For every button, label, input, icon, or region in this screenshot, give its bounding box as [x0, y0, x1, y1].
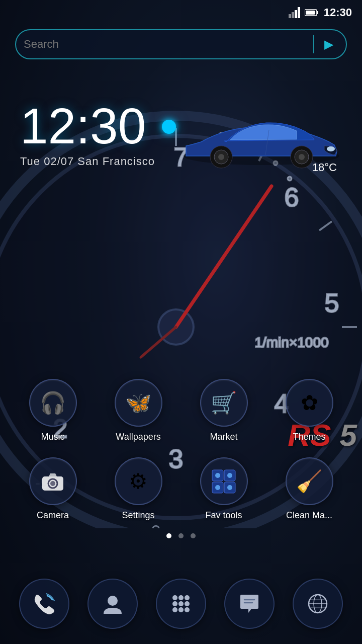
- app-music-label: Music: [41, 432, 64, 442]
- clock-date: Tue 02/07 San Francisco: [20, 155, 155, 168]
- svg-point-48: [215, 473, 220, 478]
- svg-point-55: [185, 595, 190, 600]
- music-icon-circle: 🎧: [29, 379, 77, 427]
- svg-point-60: [178, 607, 184, 612]
- svg-point-57: [178, 601, 184, 606]
- app-settings-label: Settings: [122, 510, 154, 521]
- svg-point-61: [185, 607, 190, 612]
- app-market[interactable]: 🛒 Market: [191, 379, 256, 442]
- dock-messages[interactable]: [224, 579, 275, 629]
- status-bar: 12:30: [0, 0, 362, 25]
- svg-rect-40: [306, 11, 315, 15]
- svg-rect-34: [289, 14, 291, 18]
- camera-icon-circle: [29, 457, 77, 505]
- weather-widget: [162, 120, 176, 134]
- bottom-dock: [0, 579, 362, 629]
- app-wallpapers[interactable]: 🦋 Wallpapers: [106, 379, 171, 442]
- signal-icon: [289, 7, 301, 18]
- search-button[interactable]: ▶: [319, 35, 338, 54]
- app-themes-label: Themes: [293, 432, 325, 442]
- temperature-value: 18°C: [312, 161, 337, 174]
- app-themes[interactable]: ✿ Themes: [277, 379, 342, 442]
- dock-apps[interactable]: [156, 579, 206, 629]
- search-bar[interactable]: ▶: [15, 29, 347, 59]
- wallpapers-icon-circle: 🦋: [115, 379, 162, 427]
- svg-point-58: [185, 601, 190, 606]
- svg-point-52: [108, 596, 118, 606]
- svg-point-51: [227, 485, 232, 490]
- app-favtools-label: Fav tools: [205, 510, 242, 521]
- page-dot-3[interactable]: [191, 533, 196, 538]
- svg-rect-37: [298, 7, 300, 18]
- status-icons: [289, 7, 319, 18]
- weather-temperature: 18°C: [312, 161, 337, 174]
- svg-point-43: [50, 481, 55, 486]
- market-icon-circle: 🛒: [200, 379, 248, 427]
- app-camera-label: Camera: [37, 510, 69, 521]
- settings-icon-circle: ⚙: [115, 457, 162, 505]
- dock-browser[interactable]: [293, 579, 343, 629]
- app-grid: 🎧 Music 🦋 Wallpapers 🛒 Market ✿ Themes: [0, 371, 362, 528]
- app-cleanmaster-label: Clean Ma...: [286, 510, 332, 521]
- page-dot-1[interactable]: [166, 533, 171, 538]
- svg-point-54: [178, 595, 184, 600]
- themes-icon-circle: ✿: [286, 379, 333, 427]
- app-cleanmaster[interactable]: 🧹 Clean Ma...: [277, 457, 342, 521]
- svg-rect-36: [295, 10, 297, 18]
- app-wallpapers-label: Wallpapers: [116, 432, 160, 442]
- svg-point-53: [172, 595, 177, 600]
- svg-point-32: [299, 154, 305, 160]
- svg-text:1/min×1000: 1/min×1000: [254, 335, 328, 350]
- svg-point-50: [215, 485, 220, 490]
- cleanmaster-icon-circle: 🧹: [286, 457, 333, 505]
- svg-text:6: 6: [285, 183, 299, 212]
- app-music[interactable]: 🎧 Music: [20, 379, 85, 442]
- search-input[interactable]: [24, 38, 308, 51]
- clock-time: 12:30: [20, 101, 155, 151]
- clock-widget: 12:30 Tue 02/07 San Francisco: [20, 101, 155, 168]
- page-indicators: [0, 533, 362, 538]
- app-favtools[interactable]: Fav tools: [191, 457, 256, 521]
- svg-text:5: 5: [325, 288, 339, 317]
- dock-phone[interactable]: [19, 579, 69, 629]
- search-divider: [313, 35, 314, 53]
- svg-point-49: [227, 473, 232, 478]
- svg-point-26: [327, 146, 335, 151]
- svg-rect-39: [317, 11, 318, 14]
- dock-contacts[interactable]: [87, 579, 138, 629]
- app-market-label: Market: [210, 432, 237, 442]
- app-row-1: 🎧 Music 🦋 Wallpapers 🛒 Market ✿ Themes: [10, 371, 352, 450]
- svg-point-59: [172, 607, 177, 612]
- app-row-2: Camera ⚙ Settings Fav tools: [10, 450, 352, 528]
- app-camera[interactable]: Camera: [20, 457, 85, 521]
- status-time: 12:30: [324, 6, 352, 19]
- svg-point-29: [218, 154, 224, 160]
- sun-icon: [162, 120, 176, 134]
- page-dot-2[interactable]: [178, 533, 184, 538]
- svg-rect-35: [292, 12, 294, 18]
- svg-point-56: [172, 601, 177, 606]
- battery-icon: [305, 9, 319, 17]
- app-settings[interactable]: ⚙ Settings: [106, 457, 171, 521]
- favtools-icon-circle: [200, 457, 248, 505]
